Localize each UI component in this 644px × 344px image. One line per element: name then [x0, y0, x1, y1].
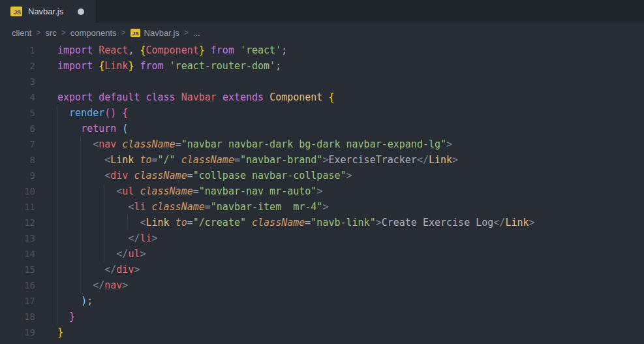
code-line[interactable]: 4export default class Navbar extends Com…	[0, 89, 644, 105]
breadcrumb-item-src[interactable]: src	[45, 28, 56, 38]
breadcrumb-item-file[interactable]: Navbar.js	[144, 28, 179, 38]
breadcrumb: client > src > components > JS Navbar.js…	[0, 23, 644, 42]
code-line[interactable]: 11 <li className="navbar-item mr-4">	[0, 199, 644, 215]
chevron-right-icon: >	[184, 28, 189, 37]
line-number[interactable]: 16	[0, 277, 35, 293]
code-text: }	[57, 324, 63, 340]
indent-guide	[80, 136, 81, 293]
chevron-right-icon: >	[121, 28, 126, 37]
code-line[interactable]: 5 render() {	[0, 105, 644, 121]
code-line[interactable]: 20	[0, 340, 644, 344]
code-text: <Link to="/create" className="navb-link"…	[57, 215, 535, 230]
code-line[interactable]: 17 );	[0, 293, 644, 309]
breadcrumb-item-symbol[interactable]: ...	[193, 28, 200, 38]
code-line[interactable]: 7 <nav className="navbar navbar-dark bg-…	[0, 136, 644, 152]
code-text: </li>	[57, 230, 158, 246]
line-number[interactable]: 17	[0, 293, 35, 309]
line-number[interactable]: 1	[0, 42, 35, 58]
code-line[interactable]: 2import {Link} from 'react-router-dom';	[0, 58, 644, 74]
code-text: return (	[57, 121, 128, 136]
code-text: );	[57, 293, 93, 309]
line-number[interactable]: 6	[0, 121, 35, 136]
line-number[interactable]: 4	[0, 89, 35, 105]
line-number[interactable]: 15	[0, 262, 35, 277]
code-line[interactable]: 1import React, {Component} from 'react';	[0, 42, 644, 58]
breadcrumb-item-client[interactable]: client	[12, 28, 31, 38]
code-line[interactable]: 9 <div className="collpase navbar-collpa…	[0, 168, 644, 183]
line-number[interactable]: 18	[0, 309, 35, 324]
line-number[interactable]: 19	[0, 324, 35, 340]
modified-indicator-icon[interactable]	[78, 8, 84, 15]
line-number[interactable]: 3	[0, 74, 35, 89]
indent-guide	[127, 215, 128, 230]
code-text: import {Link} from 'react-router-dom';	[57, 58, 281, 74]
line-number[interactable]: 10	[0, 183, 35, 199]
line-number[interactable]: 13	[0, 230, 35, 246]
line-number[interactable]: 8	[0, 152, 35, 168]
chevron-right-icon: >	[36, 28, 40, 37]
chevron-right-icon: >	[61, 28, 66, 37]
code-line[interactable]: 18 }	[0, 309, 644, 324]
code-line[interactable]: 16 </nav>	[0, 277, 644, 293]
code-lines: 1import React, {Component} from 'react';…	[0, 42, 644, 344]
code-line[interactable]: 3	[0, 74, 644, 89]
breadcrumb-item-components[interactable]: components	[70, 28, 117, 38]
line-number[interactable]: 2	[0, 58, 35, 74]
code-line[interactable]: 13 </li>	[0, 230, 644, 246]
code-text: <Link to="/" className="navbar-brand">Ex…	[57, 152, 458, 168]
line-number[interactable]: 14	[0, 246, 35, 262]
line-number[interactable]: 9	[0, 168, 35, 183]
code-text: <li className="navbar-item mr-4">	[57, 199, 328, 215]
code-text: </nav>	[57, 277, 128, 293]
javascript-file-icon: JS	[130, 29, 140, 37]
tab-title: Navbar.js	[28, 7, 63, 16]
code-text: <ul className="navbar-nav mr-auto">	[57, 183, 322, 199]
code-line[interactable]: 6 return (	[0, 121, 644, 136]
code-text: </ul>	[57, 246, 146, 262]
indent-guide	[104, 183, 104, 262]
code-line[interactable]: 19}	[0, 324, 644, 340]
tab-bar: JS Navbar.js	[0, 0, 644, 23]
code-text: import React, {Component} from 'react';	[57, 42, 287, 58]
line-number[interactable]: 5	[0, 105, 35, 121]
javascript-file-icon: JS	[10, 7, 22, 16]
code-line[interactable]: 14 </ul>	[0, 246, 644, 262]
tab-navbar-js[interactable]: JS Navbar.js	[0, 0, 97, 23]
code-line[interactable]: 8 <Link to="/" className="navbar-brand">…	[0, 152, 644, 168]
code-text: }	[57, 309, 75, 324]
line-number[interactable]: 20	[0, 340, 35, 344]
code-text: render() {	[57, 105, 128, 121]
code-text: <nav className="navbar navbar-dark bg-da…	[57, 136, 452, 152]
code-text: </div>	[57, 262, 140, 277]
indent-guide	[57, 105, 57, 324]
code-line[interactable]: 10 <ul className="navbar-nav mr-auto">	[0, 183, 644, 199]
code-text: <div className="collpase navbar-collpase…	[57, 168, 352, 183]
code-editor[interactable]: 1import React, {Component} from 'react';…	[0, 42, 644, 344]
code-text: export default class Navbar extends Comp…	[57, 89, 334, 105]
line-number[interactable]: 12	[0, 215, 35, 230]
code-line[interactable]: 15 </div>	[0, 262, 644, 277]
line-number[interactable]: 7	[0, 136, 35, 152]
line-number[interactable]: 11	[0, 199, 35, 215]
code-line[interactable]: 12 <Link to="/create" className="navb-li…	[0, 215, 644, 230]
